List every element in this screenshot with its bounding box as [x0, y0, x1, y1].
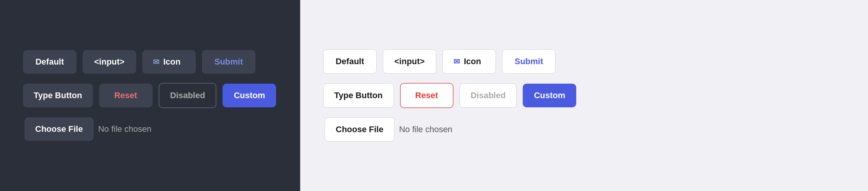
light-file-row: Choose File No file chosen — [323, 117, 845, 142]
dark-default-button[interactable]: Default — [23, 50, 76, 74]
dark-file-row: Choose File No file chosen — [23, 117, 277, 141]
light-custom-button[interactable]: Custom — [523, 84, 576, 107]
light-reset-button[interactable]: Reset — [400, 83, 454, 108]
dark-choose-file-button[interactable]: Choose File — [24, 117, 94, 141]
light-submit-button[interactable]: Submit — [502, 49, 556, 74]
light-row-1: Default <input> ✉ Icon Submit — [323, 49, 845, 74]
dark-file-status: No file chosen — [98, 124, 151, 134]
light-file-status: No file chosen — [399, 125, 452, 134]
dark-row-1: Default <input> ✉ Icon Submit — [23, 50, 277, 74]
light-icon-button[interactable]: ✉ Icon — [442, 49, 496, 74]
light-disabled-button[interactable]: Disabled — [460, 83, 517, 108]
dark-icon-button[interactable]: ✉ Icon — [142, 50, 196, 74]
dark-reset-button[interactable]: Reset — [99, 84, 153, 107]
dark-disabled-button[interactable]: Disabled — [159, 83, 217, 108]
light-type-button-button[interactable]: Type Button — [323, 83, 394, 108]
dark-type-button-button[interactable]: Type Button — [23, 84, 93, 107]
dark-row-2: Type Button Reset Disabled Custom — [23, 83, 277, 108]
envelope-icon: ✉ — [454, 57, 460, 66]
dark-submit-button[interactable]: Submit — [202, 50, 255, 74]
light-choose-file-button[interactable]: Choose File — [325, 117, 395, 142]
dark-custom-button[interactable]: Custom — [223, 84, 276, 107]
light-row-2: Type Button Reset Disabled Custom — [323, 83, 845, 108]
light-input-button[interactable]: <input> — [383, 49, 436, 74]
light-default-button[interactable]: Default — [323, 49, 377, 74]
envelope-icon: ✉ — [153, 57, 159, 66]
dark-panel: Default <input> ✉ Icon Submit Type Butto… — [0, 0, 300, 191]
light-panel: Default <input> ✉ Icon Submit Type Butto… — [300, 0, 868, 191]
dark-input-button[interactable]: <input> — [83, 50, 136, 74]
